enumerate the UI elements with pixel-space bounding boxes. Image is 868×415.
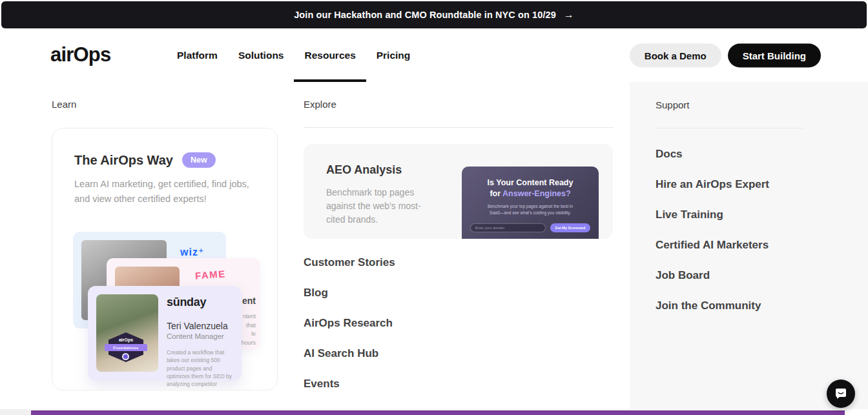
- announcement-banner[interactable]: Join our Hackathon and CMO Roundtable in…: [1, 1, 867, 28]
- learn-column-label: Learn: [52, 99, 76, 110]
- menu-item-live-training[interactable]: Live Training: [656, 199, 769, 230]
- menu-item-certified-marketers[interactable]: Certified AI Marketers: [656, 230, 769, 260]
- aeo-promo-thumbnail: Is Your Content Ready for Answer-Engines…: [462, 167, 599, 239]
- promo-heading-accent: Answer-Engines?: [502, 189, 571, 198]
- airops-way-title: The AirOps Way: [74, 153, 173, 168]
- main-nav: Platform Solutions Resources Pricing: [177, 28, 410, 82]
- explore-column-label: Explore: [304, 99, 336, 110]
- resources-megamenu: Learn The AirOps Way New Learn AI market…: [0, 82, 868, 409]
- menu-item-blog[interactable]: Blog: [304, 278, 395, 308]
- testimonial-text-block: sūnday Teri Valenzuela Content Manager C…: [167, 296, 234, 390]
- testimonial-person-name: Teri Valenzuela: [167, 321, 234, 331]
- truncated-testimonial-text: ent ntent that le hours: [241, 296, 256, 347]
- nav-solutions[interactable]: Solutions: [238, 28, 284, 82]
- airops-way-title-row: The AirOps Way New: [74, 152, 277, 168]
- nav-resources[interactable]: Resources: [304, 28, 355, 82]
- sunday-logo: sūnday: [167, 296, 234, 309]
- airops-way-card[interactable]: The AirOps Way New Learn AI marketing, g…: [52, 128, 278, 390]
- aeo-analysis-card[interactable]: AEO Analysis Benchmark top pages against…: [304, 144, 613, 239]
- domain-input[interactable]: Enter your domain: [470, 223, 546, 232]
- explore-divider: [304, 127, 614, 128]
- support-links: Docs Hire an AirOps Expert Live Training…: [656, 139, 769, 321]
- menu-item-job-board[interactable]: Job Board: [656, 260, 769, 290]
- promo-heading-line2-prefix: for: [490, 189, 502, 198]
- fame-logo: FAME: [194, 268, 226, 281]
- get-scorecard-button[interactable]: Get My Scorecard: [550, 223, 590, 232]
- text-fragment: that: [241, 321, 256, 330]
- badge-ribbon: Foundations: [105, 344, 147, 351]
- menu-item-join-community[interactable]: Join the Community: [656, 290, 769, 321]
- menu-item-ai-search-hub[interactable]: AI Search Hub: [304, 338, 395, 369]
- wiz-logo: wiz⁺: [180, 246, 204, 258]
- airops-logo[interactable]: airOps: [50, 43, 110, 66]
- explore-links: Customer Stories Blog AirOps Research AI…: [304, 247, 395, 399]
- menu-item-docs[interactable]: Docs: [656, 139, 769, 169]
- banner-text: Join our Hackathon and CMO Roundtable in…: [294, 10, 556, 20]
- text-fragment: hours: [241, 339, 256, 348]
- promo-form-row: Enter your domain Get My Scorecard: [470, 223, 590, 232]
- page-bottom-gutter: [0, 409, 31, 415]
- chat-widget-button[interactable]: [827, 380, 855, 408]
- promo-heading: Is Your Content Ready for Answer-Engines…: [462, 177, 599, 199]
- testimonial-person-role: Content Manager: [167, 332, 234, 340]
- airops-way-description: Learn AI marketing, get certified, find …: [74, 177, 258, 207]
- menu-item-airops-research[interactable]: AirOps Research: [304, 308, 395, 338]
- chat-bubble-icon: [834, 387, 848, 401]
- promo-heading-line1: Is Your Content Ready: [488, 178, 574, 187]
- nav-pricing[interactable]: Pricing: [377, 28, 411, 82]
- badge-dot: [122, 353, 129, 360]
- menu-item-customer-stories[interactable]: Customer Stories: [304, 247, 395, 278]
- aeo-analysis-description: Benchmark top pages against the web's mo…: [326, 186, 435, 227]
- header-actions: Book a Demo Start Building: [630, 43, 821, 67]
- page: Join our Hackathon and CMO Roundtable in…: [0, 0, 868, 415]
- support-divider: [656, 128, 803, 128]
- text-fragment: ntent: [241, 312, 256, 321]
- menu-item-hire-expert[interactable]: Hire an AirOps Expert: [656, 169, 769, 199]
- menu-item-events[interactable]: Events: [304, 369, 395, 399]
- start-building-button[interactable]: Start Building: [728, 43, 821, 67]
- promo-subtext: Benchmark your top pages against the bes…: [482, 203, 578, 216]
- arrow-right-icon: →: [564, 9, 574, 21]
- aeo-analysis-title: AEO Analysis: [326, 163, 435, 177]
- new-badge: New: [182, 152, 216, 168]
- aeo-text-block: AEO Analysis Benchmark top pages against…: [326, 163, 435, 227]
- text-fragment: le: [241, 330, 256, 339]
- text-fragment: ent: [241, 296, 256, 306]
- testimonial-quote: Created a workflow that takes our existi…: [167, 349, 234, 390]
- book-demo-button[interactable]: Book a Demo: [630, 43, 721, 67]
- support-column-label: Support: [656, 99, 690, 110]
- nav-platform[interactable]: Platform: [177, 28, 218, 82]
- main-header: airOps Platform Solutions Resources Pric…: [0, 28, 868, 82]
- page-bottom-purple-bar: [31, 410, 845, 415]
- testimonial-card-stack: wiz⁺ FAME ent ntent that le hours airOps: [72, 232, 260, 387]
- testimonial-card-sunday: airOps Foundations sūnday Teri Valenzuel…: [88, 286, 242, 381]
